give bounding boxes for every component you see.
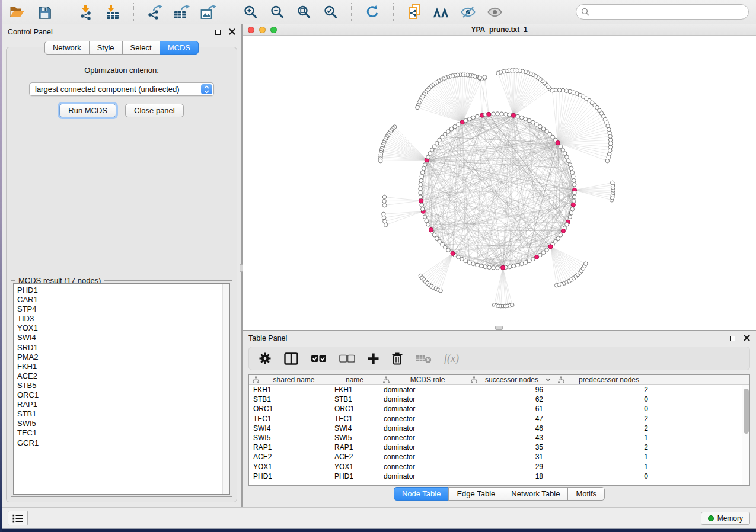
graph-node[interactable] bbox=[496, 71, 500, 75]
graph-node[interactable] bbox=[467, 261, 471, 265]
graph-node[interactable] bbox=[425, 219, 429, 223]
select-all-rows-button[interactable] bbox=[311, 354, 327, 363]
network-titlebar[interactable]: YPA_prune.txt_1 bbox=[243, 24, 756, 36]
graph-node[interactable] bbox=[457, 123, 461, 127]
toggle-columns-button[interactable] bbox=[284, 352, 298, 365]
graph-node[interactable] bbox=[419, 195, 423, 199]
graph-node[interactable] bbox=[426, 223, 430, 227]
graph-node[interactable] bbox=[420, 175, 424, 179]
graph-node[interactable] bbox=[492, 112, 496, 116]
save-session-button[interactable] bbox=[36, 3, 52, 21]
search-box[interactable] bbox=[576, 4, 749, 20]
graph-node[interactable] bbox=[426, 155, 430, 159]
graph-hub-node[interactable] bbox=[571, 203, 575, 207]
task-history-button[interactable] bbox=[8, 511, 28, 525]
graph-node[interactable] bbox=[563, 152, 567, 156]
tab-network[interactable]: Network bbox=[44, 41, 90, 55]
mcds-result-item[interactable]: RAP1 bbox=[17, 400, 219, 409]
graph-hub-node[interactable] bbox=[451, 251, 455, 255]
table-row[interactable]: STB1STB1dominator620 bbox=[249, 395, 742, 404]
graph-node[interactable] bbox=[516, 114, 520, 118]
mcds-result-item[interactable]: STB5 bbox=[17, 381, 219, 390]
horizontal-splitter-handle[interactable] bbox=[495, 326, 503, 330]
graph-node[interactable] bbox=[535, 123, 539, 127]
graph-node[interactable] bbox=[378, 159, 382, 163]
graph-node[interactable] bbox=[382, 195, 387, 199]
graph-node[interactable] bbox=[475, 114, 479, 118]
graph-node[interactable] bbox=[568, 163, 572, 167]
graph-node[interactable] bbox=[570, 171, 575, 175]
hide-selected-button[interactable] bbox=[460, 3, 476, 21]
run-mcds-button[interactable]: Run MCDS bbox=[59, 104, 116, 117]
export-table-button[interactable] bbox=[173, 3, 190, 21]
table-row[interactable]: FKH1FKH1dominator962 bbox=[249, 385, 742, 395]
graph-node[interactable] bbox=[565, 223, 569, 227]
export-image-button[interactable] bbox=[200, 3, 216, 21]
graph-node[interactable] bbox=[419, 182, 423, 187]
graph-node[interactable] bbox=[382, 212, 386, 216]
mcds-result-item[interactable]: TEC1 bbox=[17, 428, 219, 438]
float-table-panel-button[interactable] bbox=[730, 333, 735, 344]
graph-node[interactable] bbox=[416, 105, 420, 110]
close-control-panel-button[interactable] bbox=[229, 27, 235, 37]
graph-node[interactable] bbox=[569, 166, 573, 171]
graph-node[interactable] bbox=[570, 207, 575, 211]
graph-node[interactable] bbox=[475, 263, 479, 267]
mcds-result-item[interactable]: CAR1 bbox=[17, 295, 219, 305]
graph-hub-node[interactable] bbox=[511, 113, 515, 117]
column-header-predecessor-nodes[interactable]: predecessor nodes bbox=[554, 375, 655, 384]
graph-node[interactable] bbox=[422, 166, 426, 171]
graph-node[interactable] bbox=[611, 181, 615, 185]
graph-node[interactable] bbox=[516, 263, 520, 267]
close-window-button[interactable] bbox=[248, 27, 254, 33]
graph-node[interactable] bbox=[520, 262, 524, 266]
graph-node[interactable] bbox=[524, 261, 528, 265]
graph-node[interactable] bbox=[432, 233, 436, 237]
mcds-result-item[interactable]: GCR1 bbox=[17, 438, 219, 448]
table-row[interactable]: SWI5SWI5connector431 bbox=[249, 433, 742, 443]
graph-node[interactable] bbox=[531, 120, 535, 124]
graph-node[interactable] bbox=[527, 259, 531, 263]
table-scrollbar-thumb[interactable] bbox=[744, 389, 749, 434]
table-row[interactable]: TEC1TEC1connector472 bbox=[249, 414, 742, 424]
graph-node[interactable] bbox=[527, 118, 531, 123]
graph-node[interactable] bbox=[504, 112, 508, 116]
graph-node[interactable] bbox=[524, 117, 528, 121]
network-canvas[interactable] bbox=[243, 36, 756, 330]
graph-node[interactable] bbox=[453, 124, 457, 129]
search-network-button[interactable] bbox=[433, 3, 449, 21]
mcds-result-scrollbar[interactable] bbox=[222, 284, 229, 494]
graph-node[interactable] bbox=[457, 255, 461, 259]
mcds-result-item[interactable]: FKH1 bbox=[17, 362, 219, 371]
mcds-result-item[interactable]: YOX1 bbox=[17, 323, 219, 333]
deselect-all-rows-button[interactable] bbox=[339, 354, 355, 363]
zoom-in-button[interactable] bbox=[242, 3, 259, 21]
graph-node[interactable] bbox=[464, 259, 468, 263]
graph-node[interactable] bbox=[487, 265, 492, 270]
graph-hub-node[interactable] bbox=[548, 245, 553, 249]
graph-node[interactable] bbox=[496, 112, 500, 116]
memory-button[interactable]: Memory bbox=[701, 512, 750, 525]
zoom-fit-button[interactable] bbox=[295, 3, 312, 21]
tab-node-table[interactable]: Node Table bbox=[394, 487, 449, 501]
table-row[interactable]: SWI4SWI4dominator462 bbox=[249, 424, 742, 433]
graph-node[interactable] bbox=[467, 117, 471, 121]
graph-node[interactable] bbox=[512, 264, 516, 268]
graph-node[interactable] bbox=[471, 262, 476, 266]
table-row[interactable]: ORC1ORC1dominator610 bbox=[249, 404, 742, 414]
zoom-out-button[interactable] bbox=[269, 3, 285, 21]
graph-node[interactable] bbox=[419, 187, 423, 191]
graph-node[interactable] bbox=[460, 257, 464, 261]
graph-node[interactable] bbox=[423, 215, 427, 219]
show-all-button[interactable] bbox=[486, 3, 503, 21]
graph-node[interactable] bbox=[382, 199, 387, 203]
column-header-mcds-role[interactable]: MCDS role bbox=[379, 375, 467, 384]
mcds-result-item[interactable]: SWI4 bbox=[17, 333, 219, 342]
table-row[interactable]: YOX1YOX1connector291 bbox=[249, 462, 742, 472]
graph-node[interactable] bbox=[423, 163, 427, 167]
table-row[interactable]: PHD1PHD1dominator180 bbox=[249, 472, 742, 481]
close-mcds-panel-button[interactable]: Close panel bbox=[125, 104, 184, 117]
graph-node[interactable] bbox=[531, 257, 535, 261]
graph-node[interactable] bbox=[520, 116, 524, 120]
tab-mcds[interactable]: MCDS bbox=[160, 41, 199, 55]
